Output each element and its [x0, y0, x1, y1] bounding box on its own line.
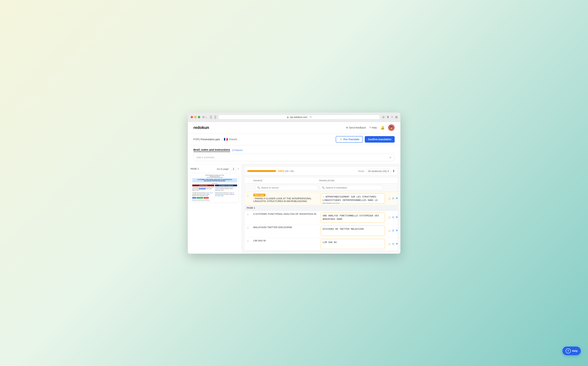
breadcrumb-separator: ›: [221, 138, 222, 141]
translation-input[interactable]: : APPROFONDISSEMENT SUR LES STRUCTURES L…: [321, 193, 385, 204]
bell-icon: 🔔: [381, 126, 384, 130]
translation-table: SOURCE TRANSLATION 🔍 🔍: [245, 178, 398, 251]
warning-icon[interactable]: ⚠: [388, 242, 391, 246]
app-logo: redokun: [194, 125, 209, 130]
copy-icon[interactable]: ⧉: [392, 229, 394, 233]
translation-search-input[interactable]: [326, 186, 381, 189]
back-icon: ‹: [211, 116, 211, 118]
brief-title: Brief, notes and instructions: [194, 148, 230, 152]
pre-translate-button[interactable]: ⚡ Pre-Translate: [336, 136, 363, 143]
warning-icon[interactable]: ⚠: [388, 229, 391, 233]
copy-icon[interactable]: ⧉: [392, 242, 394, 246]
chevron-down-icon: ▾: [388, 170, 389, 172]
slide-notes-badge: Slide notes: [253, 194, 266, 196]
lock-icon: 🔒: [287, 116, 289, 118]
source-col-header: SOURCE: [253, 179, 319, 182]
source-text: MALAYSIAN TWITTER DISCOURSE: [253, 226, 317, 229]
progress-bar-row: 100% (33 / 33) Show: All sentences (33) …: [245, 167, 398, 175]
grid-icon[interactable]: ⊞: [395, 115, 398, 119]
sub-header: FYP1 Presentation.pptx › 🇫🇷 French ⚡ Pre…: [188, 134, 400, 145]
url-text: we.redokun.com: [290, 116, 307, 118]
translation-cell[interactable]: UNE ANALYSE FONCTIONNELLE SYSTEMIQUE DES…: [319, 211, 387, 224]
share-icon[interactable]: ⬆: [387, 115, 389, 119]
flag-icon[interactable]: ⚑: [395, 229, 398, 233]
translation-input[interactable]: LIM SHU NI: [321, 239, 385, 249]
translation-input[interactable]: UNE ANALYSE FONCTIONNELLE SYSTEMIQUE DES…: [321, 212, 385, 222]
row-number: 4: [245, 237, 251, 251]
page-number-input[interactable]: [230, 167, 237, 171]
sub-header-actions: ⚡ Pre-Translate Confirm translation: [336, 136, 395, 143]
help-button[interactable]: ? Help: [369, 126, 377, 129]
warning-icon[interactable]: ⚠: [388, 215, 391, 220]
progress-count: (33 / 33): [285, 170, 294, 172]
page-nav: PAGE 1 Go to page: ▾: [191, 167, 239, 171]
forward-button[interactable]: ›: [215, 115, 216, 119]
translation-cell[interactable]: LIM SHU NI: [319, 237, 387, 251]
row-number: 3: [245, 224, 251, 237]
table-row: 1 Slide notes : TAKING A CLOSER LOOK AT …: [245, 192, 398, 205]
sidebar-toggle-button[interactable]: ⊟ ⌄: [202, 115, 207, 118]
row-actions: ⚠ ⧉ ⚑: [387, 192, 398, 205]
flag-icon[interactable]: ⚑: [395, 196, 398, 201]
traffic-lights: [191, 116, 200, 118]
filter-select[interactable]: All sentences (33) ▾: [366, 169, 391, 173]
confirm-translation-button[interactable]: Confirm translation: [365, 136, 394, 143]
page-section-label: PAGE 1: [245, 205, 398, 211]
progress-percent: 100%: [278, 170, 284, 172]
chevron-down-icon: ▾: [238, 168, 239, 170]
show-filter: Show: All sentences (33) ▾ ⬇: [358, 169, 395, 173]
flag-icon[interactable]: ⚑: [395, 242, 398, 246]
history-icon[interactable]: ⊙: [382, 115, 384, 119]
slide-content: DEPARTMENT OF LANGUAGES ANDLINGUISTICS (…: [191, 173, 239, 203]
download-button[interactable]: ⬇: [392, 169, 395, 173]
source-cell: Slide notes : TAKING A CLOSER LOOK AT TH…: [251, 192, 319, 205]
table-row: 4 LIM SHU NI LIM SHU NI ⚠ ⧉ ⚑: [245, 237, 398, 251]
translation-area: 100% (33 / 33) Show: All sentences (33) …: [242, 164, 400, 254]
translation-search-wrap: 🔍: [320, 185, 383, 190]
row-number: 1: [245, 192, 251, 205]
brief-header: Brief, notes and instructions (Collapse): [194, 148, 395, 152]
close-button[interactable]: [191, 116, 193, 118]
source-cell: MALAYSIAN TWITTER DISCOURSE: [251, 224, 319, 237]
source-cell: A SYSTEMIC FUNCTIONAL ANALYSIS OF #HASHT…: [251, 211, 319, 224]
new-tab-icon[interactable]: +: [391, 115, 393, 119]
source-search-input[interactable]: [261, 186, 316, 189]
translation-input[interactable]: DISCOURS DE TWITTER MALAISIEN: [321, 226, 385, 236]
row-actions: ⚠ ⧉ ⚑: [387, 224, 398, 237]
notification-button[interactable]: 🔔: [381, 126, 384, 130]
progress-left: 100% (33 / 33): [247, 170, 294, 172]
source-text: A SYSTEMIC FUNCTIONAL ANALYSIS OF #HASHT…: [253, 213, 317, 215]
comment-placeholder: Add a comment...: [196, 156, 216, 159]
back-button[interactable]: ‹: [210, 115, 212, 119]
row-actions: ⚠ ⧉ ⚑: [387, 211, 398, 224]
progress-bar-container: [247, 170, 276, 172]
page-label: PAGE 1: [191, 168, 199, 170]
row-number: 2: [245, 211, 251, 224]
search-icon: 🔍: [257, 186, 260, 189]
warning-icon[interactable]: ⚠: [388, 196, 391, 201]
reload-icon: ↻: [310, 116, 312, 118]
translation-cell[interactable]: DISCOURS DE TWITTER MALAISIEN: [319, 224, 387, 237]
language-name: French: [229, 138, 237, 141]
flag-icon[interactable]: ⚑: [395, 215, 398, 220]
send-feedback-button[interactable]: ✉ Send feedback: [346, 126, 366, 129]
table-header-row: SOURCE TRANSLATION: [245, 178, 398, 184]
minimize-button[interactable]: [194, 116, 196, 118]
copy-icon[interactable]: ⧉: [392, 215, 394, 219]
translation-cell[interactable]: : APPROFONDISSEMENT SUR LES STRUCTURES L…: [319, 192, 387, 205]
goto-page: Go to page: ▾: [217, 167, 239, 171]
brief-section: Brief, notes and instructions (Collapse)…: [188, 145, 400, 164]
preview-sidebar: PAGE 1 Go to page: ▾ DEPARTMENT OF LANGU…: [188, 164, 242, 254]
goto-label: Go to page:: [217, 168, 229, 170]
slide-preview: DEPARTMENT OF LANGUAGES ANDLINGUISTICS (…: [191, 173, 239, 203]
language-flag: 🇫🇷: [224, 137, 228, 141]
fullscreen-button[interactable]: [198, 116, 200, 118]
collapse-button[interactable]: (Collapse): [232, 149, 243, 151]
send-comment-button[interactable]: ➤: [389, 156, 392, 159]
avatar[interactable]: 👩: [388, 124, 395, 131]
address-bar[interactable]: 🔒 we.redokun.com ↻: [218, 115, 380, 120]
browser-window: ⊟ ⌄ ‹ › 🔒 we.redokun.com ↻ ⊙ ⬆ + ⊞ redok…: [188, 113, 400, 254]
source-cell: LIM SHU NI: [251, 237, 319, 251]
table-row: 2 A SYSTEMIC FUNCTIONAL ANALYSIS OF #HAS…: [245, 211, 398, 224]
copy-icon[interactable]: ⧉: [392, 196, 394, 200]
